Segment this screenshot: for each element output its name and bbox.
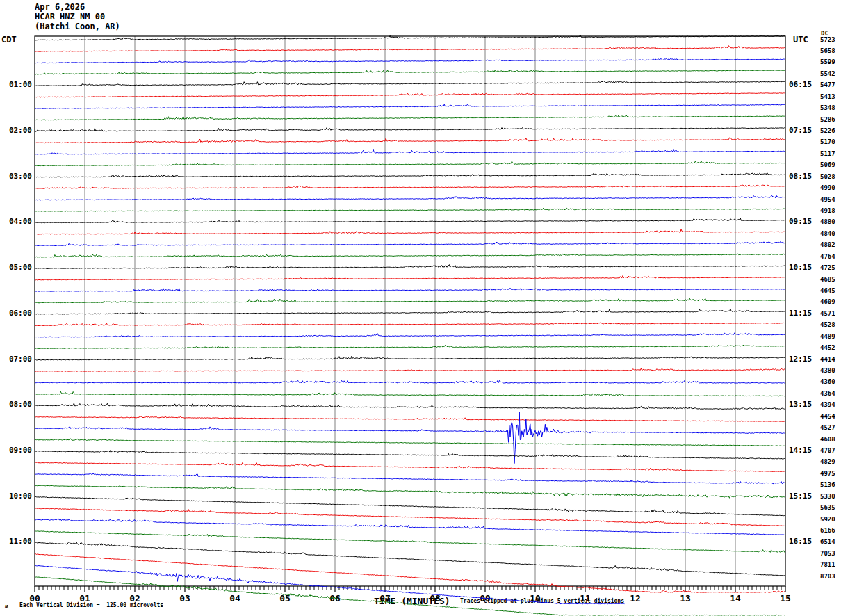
dc-offset-label: 4764 — [820, 254, 835, 260]
left-timezone-label: CDT — [1, 35, 17, 44]
dc-offset-label: 4918 — [820, 208, 835, 214]
dc-offset-label: 4571 — [820, 311, 835, 317]
header-station-name: (Hatchi Coon, AR) — [35, 22, 120, 31]
hour-label: 08:00 — [0, 400, 32, 408]
dc-offset-label: 5028 — [820, 174, 835, 180]
utc-label: 15:15 — [789, 492, 812, 500]
utc-label: 10:15 — [789, 264, 812, 271]
dc-offset-label: 4880 — [820, 219, 835, 225]
dc-offset-label: 5920 — [820, 517, 835, 523]
dc-offset-label: 4609 — [820, 299, 835, 305]
dc-offset-label: 4394 — [820, 402, 835, 408]
dc-offset-label: 4802 — [820, 242, 835, 248]
minute-label: 14 — [721, 594, 749, 603]
dc-offset-label: 4685 — [820, 277, 835, 283]
utc-label: 08:15 — [789, 172, 812, 180]
hour-label: 10:00 — [0, 492, 32, 500]
dc-offset-label: 4452 — [820, 345, 835, 351]
utc-label: 16:15 — [789, 537, 812, 545]
dc-offset-label: 5477 — [820, 82, 835, 88]
dc-offset-label: 5658 — [820, 48, 835, 54]
hour-label: 02:00 — [0, 127, 32, 134]
dc-offset-label: 4454 — [820, 414, 835, 420]
utc-label: 12:15 — [789, 355, 812, 363]
dc-offset-label: 5136 — [820, 482, 835, 488]
dc-offset-label: 4527 — [820, 425, 835, 431]
utc-label: 11:15 — [789, 309, 812, 317]
dc-offset-label: 4360 — [820, 379, 835, 385]
hour-label: 05:00 — [0, 264, 32, 271]
dc-offset-label: 7811 — [820, 562, 835, 568]
dc-offset-label: 4840 — [820, 231, 835, 237]
utc-label: 13:15 — [789, 400, 812, 408]
x-axis-title: TIME (MINUTES) — [374, 597, 450, 606]
dc-offset-label: 5542 — [820, 71, 835, 77]
dc-offset-label: 5348 — [820, 105, 835, 111]
helicorder-plot — [0, 0, 841, 616]
minute-label: 12 — [621, 594, 649, 603]
helicorder-page: Apr 6,2026 HCAR HNZ NM 00 (Hatchi Coon, … — [0, 0, 841, 616]
hour-label: 11:00 — [0, 537, 32, 545]
utc-label: 09:15 — [789, 218, 812, 225]
dc-offset-label: 6166 — [820, 528, 835, 534]
hour-label: 01:00 — [0, 81, 32, 88]
dc-offset-label: 5286 — [820, 117, 835, 123]
dc-offset-label: 5226 — [820, 128, 835, 134]
header-station-code: HCAR HNZ NM 00 — [35, 13, 105, 21]
minute-label: 04 — [221, 594, 249, 603]
dc-offset-label: 4364 — [820, 391, 835, 397]
dc-offset-label: 5599 — [820, 59, 835, 65]
hour-label: 09:00 — [0, 446, 32, 454]
minute-label: 15 — [771, 594, 799, 603]
dc-offset-label: 4707 — [820, 448, 835, 454]
dc-offset-label: 5635 — [820, 505, 835, 511]
clip-note: Traces clipped at plus/minus 5 vertical … — [460, 599, 624, 604]
dc-offset-label: 4489 — [820, 334, 835, 340]
dc-offset-label: 4528 — [820, 322, 835, 328]
utc-label: 07:15 — [789, 127, 812, 134]
right-timezone-label: UTC — [793, 35, 808, 44]
dc-offset-label: 4954 — [820, 197, 835, 203]
dc-offset-label: 5330 — [820, 494, 835, 500]
dc-offset-label: 4975 — [820, 471, 835, 477]
minute-label: 05 — [271, 594, 299, 603]
dc-offset-label: 5170 — [820, 139, 835, 145]
dc-offset-label: 5069 — [820, 162, 835, 168]
utc-label: 14:15 — [789, 446, 812, 454]
dc-offset-label: 4725 — [820, 265, 835, 271]
scale-note: Each Vertical Division = 125.00 microvol… — [19, 603, 163, 608]
dc-offset-label: 7053 — [820, 551, 835, 557]
minute-label: 13 — [671, 594, 699, 603]
corner-glyph: ʍ — [5, 604, 8, 610]
dc-offset-label: 8703 — [820, 574, 835, 580]
minute-label: 06 — [321, 594, 349, 603]
dc-offset-label: 4990 — [820, 185, 835, 191]
dc-offset-label: 4380 — [820, 368, 835, 374]
dc-offset-label: 4608 — [820, 437, 835, 443]
minute-label: 03 — [171, 594, 199, 603]
dc-offset-label: 4645 — [820, 288, 835, 294]
dc-offset-label: 4829 — [820, 459, 835, 465]
dc-offset-label: 5117 — [820, 151, 835, 157]
dc-offset-label: 6514 — [820, 539, 835, 545]
dc-offset-label: 5413 — [820, 94, 835, 100]
header-date: Apr 6,2026 — [35, 3, 85, 11]
utc-label: 06:15 — [789, 81, 812, 88]
hour-label: 03:00 — [0, 172, 32, 180]
dc-offset-label: 5723 — [820, 37, 835, 43]
dc-offset-label: 4414 — [820, 357, 835, 363]
hour-label: 04:00 — [0, 218, 32, 225]
hour-label: 06:00 — [0, 309, 32, 317]
hour-label: 07:00 — [0, 355, 32, 363]
